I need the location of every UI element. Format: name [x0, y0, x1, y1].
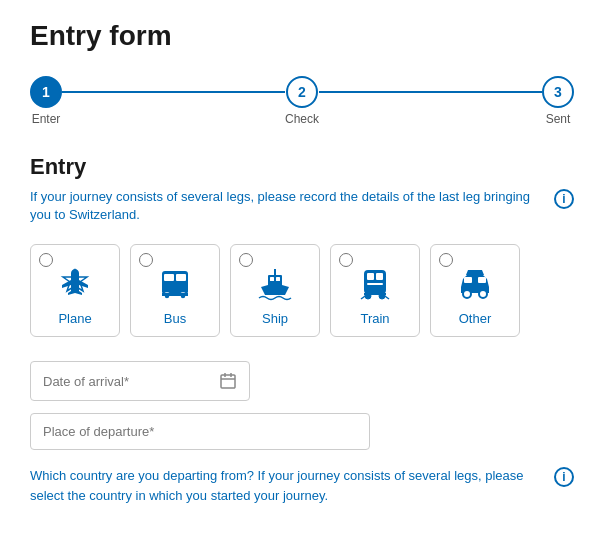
transport-label-train: Train: [360, 311, 389, 326]
svg-rect-12: [367, 273, 374, 280]
svg-rect-3: [162, 289, 188, 293]
place-of-departure-input[interactable]: [43, 424, 357, 439]
step-line-2-3: [319, 91, 542, 93]
svg-rect-8: [270, 277, 274, 281]
bottom-info-text: Which country are you departing from? If…: [30, 466, 546, 505]
svg-rect-1: [164, 274, 174, 281]
svg-point-23: [479, 290, 487, 298]
info-row: If your journey consists of several legs…: [30, 188, 574, 224]
info-icon[interactable]: i: [554, 189, 574, 209]
transport-radio-plane[interactable]: [39, 253, 53, 267]
bottom-info-row: Which country are you departing from? If…: [30, 466, 574, 505]
transport-label-ship: Ship: [262, 311, 288, 326]
svg-rect-14: [367, 283, 383, 285]
info-text: If your journey consists of several legs…: [30, 188, 546, 224]
transport-radio-bus[interactable]: [139, 253, 153, 267]
transport-card-other[interactable]: Other: [430, 244, 520, 337]
transport-options: Plane Bus: [30, 244, 574, 337]
step-circle-1: 1: [30, 76, 62, 108]
transport-radio-train[interactable]: [339, 253, 353, 267]
svg-point-22: [463, 290, 471, 298]
transport-card-train[interactable]: Train: [330, 244, 420, 337]
step-label-3: Sent: [546, 112, 571, 126]
step-circle-3: 3: [542, 76, 574, 108]
step-circle-2: 2: [286, 76, 318, 108]
date-of-arrival-field[interactable]: [30, 361, 250, 401]
calendar-icon: [219, 372, 237, 390]
svg-rect-24: [221, 375, 235, 388]
transport-label-plane: Plane: [58, 311, 91, 326]
plane-icon: [53, 261, 97, 305]
page-title: Entry form: [30, 20, 574, 52]
bottom-info-icon[interactable]: i: [554, 467, 574, 487]
svg-rect-7: [268, 275, 282, 287]
svg-rect-20: [464, 277, 472, 283]
place-of-departure-field[interactable]: [30, 413, 370, 450]
svg-rect-21: [478, 277, 486, 283]
svg-rect-9: [276, 277, 280, 281]
transport-card-bus[interactable]: Bus: [130, 244, 220, 337]
step-label-2: Check: [285, 112, 319, 126]
stepper: 1 Enter 2 Check 3 Sent: [30, 76, 574, 126]
step-label-1: Enter: [32, 112, 61, 126]
svg-rect-2: [176, 274, 186, 281]
train-icon: [353, 261, 397, 305]
step-1[interactable]: 1 Enter: [30, 76, 62, 126]
svg-rect-13: [376, 273, 383, 280]
transport-label-bus: Bus: [164, 311, 186, 326]
transport-radio-other[interactable]: [439, 253, 453, 267]
date-of-arrival-input[interactable]: [43, 374, 213, 389]
other-icon: [453, 261, 497, 305]
section-title: Entry: [30, 154, 574, 180]
transport-label-other: Other: [459, 311, 492, 326]
ship-icon: [253, 261, 297, 305]
transport-radio-ship[interactable]: [239, 253, 253, 267]
transport-card-plane[interactable]: Plane: [30, 244, 120, 337]
step-2[interactable]: 2 Check: [285, 76, 319, 126]
step-line-1-2: [62, 91, 285, 93]
transport-card-ship[interactable]: Ship: [230, 244, 320, 337]
bus-icon: [153, 261, 197, 305]
step-3[interactable]: 3 Sent: [542, 76, 574, 126]
svg-rect-6: [162, 293, 188, 296]
